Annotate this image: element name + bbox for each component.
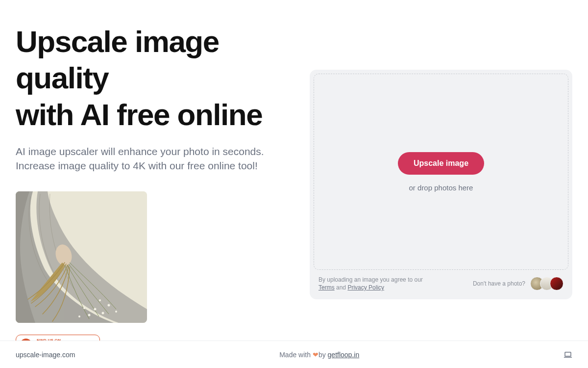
svg-point-7	[115, 311, 117, 313]
upscale-image-button[interactable]: Upscale image	[398, 152, 484, 175]
credit-link[interactable]: getfloop.in	[328, 351, 360, 359]
drop-hint-text: or drop photos here	[409, 184, 473, 192]
svg-point-3	[94, 308, 97, 310]
upload-card: Upscale image or drop photos here By upl…	[310, 70, 572, 299]
headline-line-1: Upscale image quality	[16, 25, 219, 95]
page-headline: Upscale image quality with AI free onlin…	[16, 24, 294, 133]
svg-point-8	[78, 315, 80, 317]
no-photo-prompt: Don't have a photo?	[473, 280, 525, 287]
terms-link[interactable]: Terms	[318, 284, 335, 291]
footer-bar: upscale-image.com Made with ❤by getfloop…	[0, 341, 588, 368]
privacy-link[interactable]: Privacy Policy	[347, 284, 384, 291]
svg-point-5	[108, 304, 110, 306]
sample-thumb-3[interactable]	[550, 277, 564, 290]
sample-thumbnails	[530, 277, 564, 290]
svg-point-2	[88, 314, 91, 316]
svg-rect-10	[565, 352, 571, 356]
heart-icon: ❤	[313, 351, 318, 359]
consent-text: By uploading an image you agree to our T…	[318, 276, 436, 291]
svg-point-4	[102, 312, 104, 314]
drop-zone[interactable]: Upscale image or drop photos here	[314, 74, 568, 270]
svg-point-6	[83, 307, 85, 309]
sample-image	[16, 191, 147, 323]
headline-line-2: with AI free online	[16, 98, 262, 131]
page-subheadline: AI image upscaler will enhance your phot…	[16, 145, 294, 173]
svg-point-9	[99, 299, 101, 301]
footer-domain: upscale-image.com	[16, 351, 75, 359]
laptop-icon[interactable]	[564, 350, 572, 359]
footer-credit: Made with ❤by getfloop.in	[279, 351, 359, 359]
